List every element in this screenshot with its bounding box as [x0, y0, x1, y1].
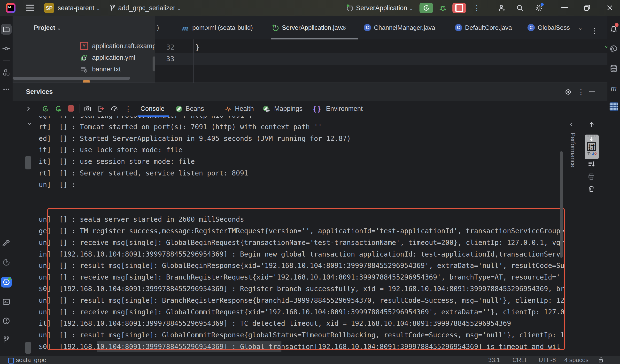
tree-item-banner-txt[interactable]: banner.txt: [13, 63, 155, 75]
services-tool-icon[interactable]: [1, 277, 12, 288]
debug-button[interactable]: [439, 4, 447, 12]
ai-assistant-icon[interactable]: [608, 44, 619, 54]
gauge-icon[interactable]: [110, 105, 118, 113]
rerun-spring-icon[interactable]: [55, 105, 62, 113]
stop-service-icon[interactable]: [68, 105, 74, 112]
thread-dump-camera-icon[interactable]: [84, 105, 92, 113]
build-tool-icon[interactable]: [1, 238, 12, 249]
profiler-tool-icon[interactable]: [1, 257, 12, 268]
detach-icon[interactable]: [97, 105, 105, 113]
collapse-performance-icon[interactable]: [568, 121, 575, 128]
run-tab-console[interactable]: Console: [140, 101, 164, 116]
status-bar: seata_grpc 33:1 CRLF UTF-8 4 spaces: [0, 356, 620, 364]
chevron-down-icon: ⌄: [177, 6, 181, 11]
file-encoding[interactable]: UTF-8: [539, 356, 556, 364]
ime-indicator: 拼 uo: [585, 135, 599, 159]
run-tab-beans[interactable]: Beans: [186, 101, 204, 116]
run-tab-mappings[interactable]: Mappings: [274, 101, 302, 116]
tabs-more-icon[interactable]: ⋮: [591, 27, 598, 34]
plugin-grid-icon[interactable]: [610, 102, 618, 111]
console-line: un] [] :: [39, 179, 565, 191]
notifications-bell-icon[interactable]: [608, 24, 619, 35]
line-separator[interactable]: CRLF: [512, 356, 528, 364]
caret-line-highlight: [155, 53, 607, 65]
console-tab-underline: [138, 115, 169, 117]
run-configuration-selector[interactable]: ServerApplication ⌄: [356, 0, 413, 16]
search-icon[interactable]: [516, 4, 524, 12]
chevron-down-icon: ⌄: [96, 6, 100, 11]
console-line: ed] [] : Started ServerApplication in 9.…: [39, 133, 565, 144]
tree-item-application-yml[interactable]: application.yml: [13, 52, 155, 63]
title-bar: IJ SP seata-parent ⌄ add_grpc_serializer…: [0, 0, 620, 16]
fold-chevron-icon[interactable]: [26, 120, 33, 127]
project-widget[interactable]: seata-parent ⌄: [58, 0, 100, 16]
ime-letter-u: u: [591, 151, 594, 156]
add-user-icon[interactable]: [498, 4, 506, 12]
console-scrollbar[interactable]: [560, 151, 563, 258]
status-module-name[interactable]: seata_grpc: [16, 356, 46, 364]
class-icon: C: [527, 24, 535, 31]
hide-panel-icon[interactable]: [589, 91, 595, 92]
git-tool-icon[interactable]: [1, 334, 12, 345]
toolbar-more-icon[interactable]: ⋮: [124, 105, 132, 113]
tree-item-application-raft-example[interactable]: Y application.raft.example.: [13, 40, 155, 52]
project-tool-icon[interactable]: [1, 24, 12, 35]
more-tool-windows-icon[interactable]: [1, 84, 12, 95]
project-tree: Y application.raft.example. application.…: [13, 39, 155, 83]
inspection-ok-icon[interactable]: [604, 43, 607, 49]
clear-console-trash-icon[interactable]: [588, 185, 595, 193]
module-icon: [8, 358, 14, 364]
scroll-to-end-icon[interactable]: [588, 160, 595, 168]
run-tab-health[interactable]: Health: [235, 101, 254, 116]
close-tab-icon[interactable]: [341, 25, 348, 31]
indent-setting[interactable]: 4 spaces: [564, 356, 589, 364]
restore-window-icon[interactable]: [583, 4, 591, 12]
tab-overflow-fragment[interactable]: ): [157, 16, 159, 39]
gutter-marker: [25, 156, 31, 169]
tree-horizontal-scrollbar[interactable]: [13, 77, 130, 80]
left-tool-sidebar: [0, 16, 13, 356]
spring-boot-run-icon: [346, 4, 354, 12]
main-menu-icon[interactable]: [26, 5, 34, 11]
terminal-tool-icon[interactable]: [1, 296, 12, 307]
rerun-service-icon[interactable]: [42, 105, 49, 113]
problems-tool-icon[interactable]: [1, 316, 12, 326]
maven-tool-icon[interactable]: m: [608, 83, 619, 93]
editor[interactable]: 32 33 }: [155, 39, 607, 83]
caret-position[interactable]: 33:1: [488, 356, 500, 364]
stop-button[interactable]: [452, 3, 466, 13]
expand-node-icon[interactable]: [25, 105, 32, 112]
services-header: Services ⋮: [13, 83, 607, 101]
scroll-up-icon[interactable]: [588, 121, 595, 128]
panel-separator: [583, 116, 583, 356]
target-icon[interactable]: [564, 88, 572, 96]
chevron-down-icon: ⌄: [409, 6, 413, 11]
structure-tool-icon[interactable]: [1, 67, 12, 78]
toolbar-divider: [79, 104, 79, 113]
lock-open-icon[interactable]: [598, 357, 604, 364]
branch-widget[interactable]: add_grpc_serializer ⌄: [118, 0, 181, 16]
performance-side-tab[interactable]: Performance: [566, 133, 576, 176]
run-more-icon[interactable]: ⋮: [473, 4, 480, 12]
services-more-icon[interactable]: ⋮: [577, 88, 585, 96]
settings-gear-icon[interactable]: [535, 4, 543, 12]
run-tab-environment[interactable]: Environment: [326, 101, 363, 116]
project-panel-title[interactable]: Project ⌄: [34, 16, 61, 40]
console-line: rt] [] : Server started, service listen …: [39, 167, 565, 179]
tabs-dropdown-icon[interactable]: ⌄: [578, 16, 583, 39]
console-line: it] [] : use session store mode: file: [39, 156, 565, 167]
tab-globalsession-java[interactable]: C GlobalSess: [527, 16, 574, 39]
commit-tool-icon[interactable]: [1, 43, 12, 54]
yaml-file-icon: Y: [80, 42, 88, 50]
spring-boot-icon: [272, 24, 279, 32]
minimize-window-icon[interactable]: [561, 7, 568, 8]
rerun-button[interactable]: [419, 3, 433, 13]
tree-vertical-scrollbar[interactable]: [153, 56, 155, 71]
print-icon[interactable]: [588, 173, 595, 181]
gutter-separator: [193, 39, 194, 83]
database-tool-icon[interactable]: [608, 63, 619, 74]
highlight-rectangle: [47, 208, 565, 350]
project-avatar: SP: [44, 3, 54, 13]
class-icon: C: [455, 24, 462, 31]
close-window-icon[interactable]: [606, 4, 614, 12]
